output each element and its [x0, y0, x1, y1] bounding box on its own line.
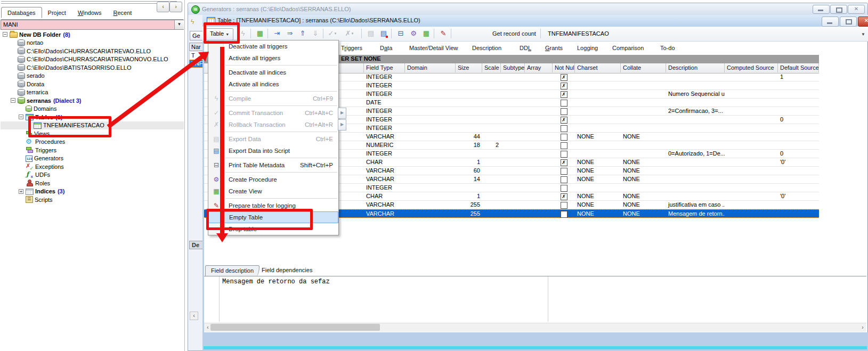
column-header-computed[interactable]: Computed Source [725, 63, 778, 72]
cell-default[interactable] [778, 141, 819, 149]
cell-array[interactable] [525, 81, 553, 89]
cell-size[interactable] [456, 81, 482, 89]
not-null-unchecked-icon[interactable] [561, 134, 567, 141]
cell-notnull[interactable] [553, 167, 575, 175]
cell-collate[interactable] [621, 184, 666, 192]
cell-default[interactable] [778, 124, 819, 132]
commit-transaction-icon[interactable]: ✓▼ [327, 28, 338, 39]
cell-type[interactable]: CHAR [364, 192, 405, 200]
cell-description[interactable] [666, 141, 725, 149]
tab-triggers[interactable]: Triggers [341, 45, 362, 51]
cell-scale[interactable] [482, 116, 501, 124]
cell-default[interactable] [778, 210, 819, 218]
menu-item-rollback-transaction[interactable]: Rollback Transaction✗Ctrl+Alt+R▶ [208, 119, 338, 130]
menu-item-activate-all-indices[interactable]: Activate all indices [208, 78, 338, 90]
cell-notnull[interactable]: ✗ [553, 192, 575, 200]
cell-computed[interactable] [725, 175, 778, 183]
cell-charset[interactable] [575, 73, 621, 81]
cell-array[interactable] [525, 99, 553, 107]
cell-size[interactable]: 44 [456, 133, 482, 141]
cell-scale[interactable] [482, 107, 501, 115]
get-record-count-button[interactable]: Get record count [488, 28, 540, 39]
cell-collate[interactable] [621, 99, 666, 107]
column-header-default[interactable]: Default Source [778, 63, 819, 72]
cell-size[interactable] [456, 184, 482, 192]
column-header-subtype[interactable]: Subtype [501, 63, 525, 72]
not-null-unchecked-icon[interactable] [561, 125, 567, 132]
tree-item-procedures[interactable]: Procedures [1, 138, 184, 146]
cell-scale[interactable] [482, 150, 501, 158]
cell-computed[interactable] [725, 192, 778, 200]
tab-data[interactable]: Data [380, 45, 392, 51]
cell-computed[interactable] [725, 210, 778, 218]
cell-default[interactable] [778, 175, 819, 183]
column-header-size[interactable]: Size [456, 63, 482, 72]
column-header-collate[interactable]: Collate [621, 63, 666, 72]
prepare-logging-icon[interactable]: ✎ [438, 28, 449, 39]
cell-collate[interactable] [621, 124, 666, 132]
cell-scale[interactable] [482, 175, 501, 183]
cell-computed[interactable] [725, 116, 778, 124]
cell-array[interactable] [525, 167, 553, 175]
cell-notnull[interactable]: ✗ [553, 73, 575, 81]
panel-tab-windows[interactable]: Windows [72, 7, 108, 18]
tab-field-description[interactable]: Field description [205, 265, 259, 276]
cell-domain[interactable] [405, 158, 456, 166]
reorder-down-field-icon[interactable]: ⇓ [310, 28, 321, 39]
print-icon[interactable]: ⊟ [395, 28, 406, 39]
cell-subtype[interactable] [501, 201, 525, 209]
minimize-button[interactable] [813, 5, 830, 14]
tree-item-exceptions[interactable]: Exceptions [1, 162, 184, 171]
panel-tab-recent[interactable]: Recent [108, 7, 138, 18]
cell-domain[interactable] [405, 90, 456, 98]
cell-collate[interactable] [621, 116, 666, 124]
cell-computed[interactable] [725, 124, 778, 132]
cell-computed[interactable] [725, 201, 778, 209]
cell-description[interactable] [666, 192, 725, 200]
cell-charset[interactable] [575, 107, 621, 115]
cell-charset[interactable]: NONE [575, 175, 621, 183]
cell-size[interactable] [456, 124, 482, 132]
column-header-domain[interactable]: Domain [405, 63, 456, 72]
cell-subtype[interactable] [501, 210, 525, 218]
tab-comparison[interactable]: Comparison [612, 45, 644, 51]
tab-logging[interactable]: Logging [577, 45, 598, 51]
cell-description[interactable] [666, 167, 725, 175]
cell-scale[interactable] [482, 201, 501, 209]
cell-subtype[interactable] [501, 167, 525, 175]
export-script-icon[interactable]: ▤ [378, 28, 389, 39]
menu-item-create-procedure[interactable]: Create Procedure⚙ [208, 174, 338, 185]
panel-tab-databases[interactable]: Databases [1, 7, 42, 18]
cell-subtype[interactable] [501, 141, 525, 149]
cell-collate[interactable] [621, 73, 666, 81]
generators-scroll-left-icon[interactable]: ‹ [190, 312, 198, 320]
tree-item-roles[interactable]: Roles [1, 179, 184, 187]
cell-charset[interactable]: NONE [575, 201, 621, 209]
tab-master-detail-view[interactable]: Master/Detail View [409, 45, 458, 51]
cell-subtype[interactable] [501, 158, 525, 166]
close-button[interactable]: ✕ [848, 5, 865, 14]
cell-size[interactable]: 1 [456, 192, 482, 200]
cell-default[interactable] [778, 184, 819, 192]
tree-item-serranas[interactable]: −serranas(Dialect 3) [1, 96, 184, 105]
cell-domain[interactable] [405, 116, 456, 124]
cell-charset[interactable] [575, 99, 621, 107]
cell-computed[interactable] [725, 73, 778, 81]
object-name-dropdown-icon[interactable]: ▼ [861, 32, 865, 37]
tree-item-c-ello-dados-churrascariatrevaonovo-ello[interactable]: C:\Ello\Dados\CHURRASCARIATREVAONOVO.ELL… [1, 55, 184, 64]
cell-scale[interactable] [482, 90, 501, 98]
restore-button[interactable] [840, 17, 857, 27]
cell-array[interactable] [525, 210, 553, 218]
cell-notnull[interactable] [553, 141, 575, 149]
not-null-unchecked-icon[interactable] [561, 211, 567, 218]
menu-item-activate-all-triggers[interactable]: Activate all triggers [208, 52, 338, 64]
tab-description[interactable]: Description [472, 45, 501, 51]
cell-notnull[interactable] [553, 175, 575, 183]
not-null-unchecked-icon[interactable] [561, 176, 567, 183]
cell-array[interactable] [525, 73, 553, 81]
cell-domain[interactable] [405, 167, 456, 175]
menu-item-deactivate-all-indices[interactable]: Deactivate all indices [208, 67, 338, 78]
drop-field-icon[interactable]: ⇒ [285, 28, 295, 39]
not-null-unchecked-icon[interactable] [561, 142, 567, 149]
cell-notnull[interactable] [553, 124, 575, 132]
